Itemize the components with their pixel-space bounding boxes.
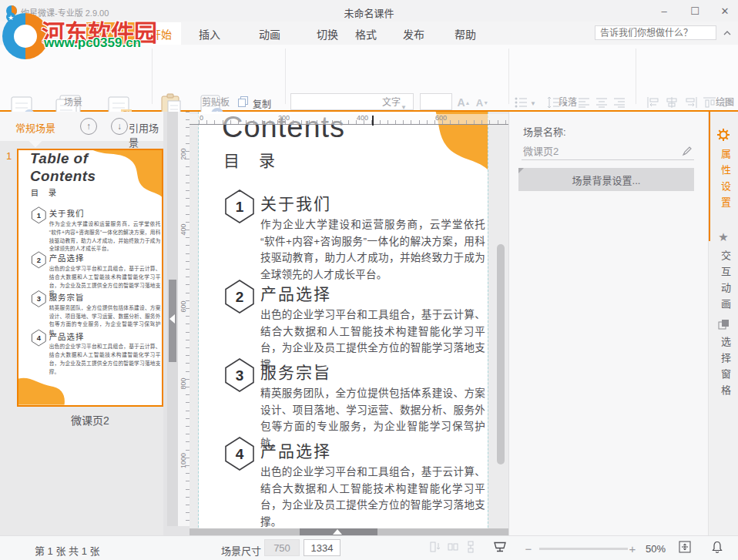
page-indicator: 第 1 张 共 1 张: [35, 543, 100, 558]
slide-thumbnail[interactable]: Table ofContents 目 录 1 关于我们作为企业大学建设和运营服务…: [17, 149, 163, 407]
document-title: 未命名课件: [0, 5, 738, 20]
align-center-icon[interactable]: [595, 97, 608, 108]
horizontal-ruler: 0 200 400 600: [190, 114, 508, 125]
bullet-list-icon[interactable]: [514, 96, 528, 109]
scene-size-label: 场景尺寸: [221, 543, 261, 558]
v-ruler-label: 400: [179, 219, 187, 240]
grow-font-icon[interactable]: A▲: [457, 96, 470, 109]
scene-list-panel: 常规场景 ↑ ↓ 引用场景 1 Table ofContents 目 录: [0, 112, 163, 535]
h-ruler-label: 600: [435, 114, 447, 122]
tab-format[interactable]: 格式: [346, 22, 386, 45]
tab-selection-pane[interactable]: 选择窗格: [718, 337, 733, 401]
right-tab-strip: 属性设置 ★ 交互动画 选择窗格: [708, 112, 738, 535]
panel-scrollbar[interactable]: [167, 112, 178, 526]
v-ruler-label: 800: [179, 373, 187, 394]
ruler-position-marker: [372, 116, 374, 126]
slide-title-zh: 目 录: [31, 186, 57, 198]
file-menu-button[interactable]: 文件: [86, 22, 137, 45]
zoom-out-button[interactable]: −: [525, 542, 532, 555]
object-align-top-icon[interactable]: [703, 96, 716, 109]
collapse-ribbon-icon[interactable]: [723, 29, 732, 37]
search-input[interactable]: [595, 25, 716, 40]
group-separator: [636, 49, 636, 104]
canvas-vertical-scrollbar[interactable]: [497, 244, 505, 464]
tab-transition[interactable]: 切换: [307, 22, 347, 45]
notification-bell-icon[interactable]: [711, 541, 724, 557]
structure-icon[interactable]: [465, 541, 477, 556]
align-left-icon[interactable]: [578, 97, 590, 108]
zoom-in-button[interactable]: +: [629, 542, 636, 555]
zoom-slider[interactable]: [539, 548, 628, 550]
tab-normal-scenes[interactable]: 常规场景: [15, 120, 55, 135]
main-area: 常规场景 ↑ ↓ 引用场景 1 Table ofContents 目 录: [0, 112, 738, 535]
svg-text:2: 2: [236, 289, 244, 305]
scene-name-label: 场景名称:: [523, 124, 566, 139]
object-align-center-icon[interactable]: [665, 96, 679, 109]
maximize-button[interactable]: ☐: [679, 0, 710, 22]
v-ruler-label: 600: [179, 296, 187, 317]
text-group-label: 文字: [382, 95, 401, 108]
v-ruler-label: 1000: [179, 450, 187, 471]
edit-pencil-icon[interactable]: [682, 146, 693, 156]
fit-to-window-icon[interactable]: [678, 540, 692, 557]
object-align-left-icon[interactable]: [646, 96, 660, 109]
application-window: 绚星微课-专业版 2.9.00 未命名课件 – ☐ ✕ 文件 开始 插入 动画 …: [0, 0, 738, 560]
play-preview-icon[interactable]: [492, 541, 508, 557]
scene-height-input[interactable]: [304, 539, 340, 556]
tab-property-settings[interactable]: 属性设置: [718, 149, 733, 213]
minimize-button[interactable]: –: [649, 0, 679, 22]
h-ruler-label: 200: [278, 114, 290, 122]
slide-editing-surface[interactable]: Table ofContents 目 录 1 关于我们作为企业大学建设和运营服务…: [199, 112, 488, 535]
clipboard-group-label: 剪贴板: [202, 95, 230, 108]
layers-icon[interactable]: [717, 318, 730, 330]
gear-icon[interactable]: [717, 129, 730, 141]
tab-reference-scenes[interactable]: 引用场景: [129, 120, 163, 149]
editing-canvas[interactable]: Table ofContents 目 录 1 关于我们作为企业大学建设和运营服务…: [190, 112, 508, 535]
copy-icon[interactable]: [238, 96, 250, 108]
tab-interactive-animation[interactable]: 交互动画: [718, 250, 733, 315]
group-separator: [152, 49, 153, 104]
tab-help[interactable]: 帮助: [445, 22, 485, 45]
tab-insert[interactable]: 插入: [190, 22, 230, 45]
group-separator: [508, 49, 509, 104]
shrink-font-icon[interactable]: A▼: [476, 97, 488, 109]
paragraph-group-label: 段落: [559, 95, 577, 108]
expand-icon[interactable]: [333, 529, 342, 535]
slide-canvas-content[interactable]: Table ofContents 目 录 1 关于我们作为企业大学建设和运营服务…: [199, 112, 488, 535]
vertical-ruler: 200 400 600 800 1000: [178, 112, 190, 526]
tab-publish[interactable]: 发布: [394, 22, 434, 45]
object-align-right-icon[interactable]: [684, 96, 698, 109]
properties-panel: 场景名称: 微课页2 场景背景设置...: [508, 112, 708, 535]
collapse-panel-icon[interactable]: [169, 314, 175, 324]
move-scene-down-button[interactable]: ↓: [111, 118, 128, 135]
slide-thumbnail-caption[interactable]: 微课页2: [17, 412, 163, 428]
h-ruler-label: 400: [357, 114, 368, 122]
font-family-dropdown-icon[interactable]: ▼: [401, 99, 407, 112]
slide-edge-guide: [488, 112, 488, 535]
distribute-objects-icon[interactable]: [447, 541, 459, 556]
slide-index: 1: [6, 150, 12, 162]
move-scene-up-button[interactable]: ↑: [80, 118, 97, 135]
tab-home[interactable]: 开始: [141, 22, 181, 45]
align-right-icon[interactable]: [613, 97, 626, 108]
scene-width-input[interactable]: [264, 539, 300, 556]
canvas-horizontal-scrollbar-thumb[interactable]: [300, 528, 377, 535]
canvas-horizontal-scrollbar[interactable]: [190, 528, 508, 535]
bullet-list-dropdown-icon[interactable]: ▼: [530, 100, 536, 107]
ribbon-tab-row: 文件 开始 插入 动画 切换 格式 发布 帮助: [0, 22, 738, 45]
copy-button[interactable]: 复制: [253, 97, 271, 110]
h-ruler-label: 0: [200, 114, 203, 122]
close-button[interactable]: ✕: [709, 0, 738, 22]
font-size-input[interactable]: [420, 93, 452, 110]
zoom-level[interactable]: 50%: [646, 543, 666, 555]
slide-title-zh[interactable]: 目 录: [223, 148, 277, 171]
star-icon[interactable]: ★: [717, 231, 730, 243]
active-tab-rail: [709, 112, 710, 241]
svg-text:4: 4: [236, 446, 244, 462]
scene-list-header: 常规场景 ↑ ↓ 引用场景: [0, 112, 163, 141]
tab-animation[interactable]: 动画: [250, 22, 290, 45]
scene-background-button[interactable]: 场景背景设置...: [518, 168, 694, 191]
svg-text:1: 1: [236, 199, 244, 215]
align-objects-icon[interactable]: [429, 541, 441, 556]
scene-name-value[interactable]: 微课页2: [523, 143, 559, 158]
